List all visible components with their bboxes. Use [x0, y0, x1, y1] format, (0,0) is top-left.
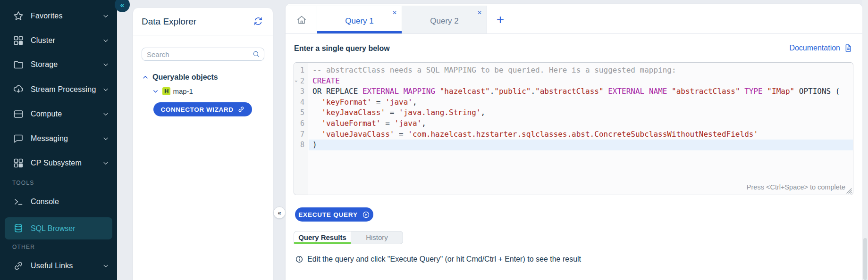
results-info-row: Edit the query and click "Execute Query"… [295, 255, 581, 264]
sidebar-item-label: Favorites [31, 12, 63, 20]
tab-home[interactable] [287, 6, 317, 33]
chevron-down-icon [102, 86, 110, 93]
tree-header-queryable-objects[interactable]: Queryable objects [142, 73, 218, 82]
sidebar-item-label: Cluster [31, 36, 55, 45]
search-input[interactable] [142, 48, 264, 61]
sidebar-section-tools: TOOLS [12, 180, 34, 186]
sidebar-item-label: Console [31, 198, 59, 206]
scrollbar-thumb[interactable] [863, 238, 867, 280]
folder-icon [13, 59, 24, 70]
active-tab-indicator [294, 242, 351, 244]
link-icon [13, 260, 24, 272]
fold-icon[interactable]: ⌄ [295, 75, 298, 86]
query-toolbar: Enter a single query below Documentation [286, 34, 862, 62]
code-line[interactable]: 'keyFormat' = 'java', [309, 97, 853, 108]
tab-label: History [366, 233, 388, 241]
drawer-icon [13, 108, 24, 120]
line-number: 5 [294, 107, 308, 118]
grid-icon [13, 35, 24, 46]
tab-label: Query Results [298, 233, 346, 241]
sidebar-item-label: SQL Browser [31, 224, 76, 233]
tab-query-results[interactable]: Query Results [294, 231, 351, 244]
tree-header-label: Queryable objects [152, 73, 218, 82]
collapse-icon: « [120, 1, 125, 9]
close-icon[interactable]: ✕ [392, 10, 397, 16]
sidebar-collapse-button[interactable]: « [115, 0, 130, 12]
sidebar-item-console[interactable]: Console [0, 192, 117, 211]
chevron-up-icon [142, 74, 149, 81]
sidebar-item-storage[interactable]: Storage [0, 55, 117, 74]
chevron-down-icon [102, 61, 110, 68]
sidebar-item-stream-processing[interactable]: Stream Processing [0, 80, 117, 99]
info-icon [295, 255, 303, 264]
query-editor-title: Enter a single query below [294, 44, 390, 53]
terminal-icon [13, 196, 24, 207]
line-number: 7 [294, 129, 308, 140]
collapse-icon: « [278, 209, 281, 216]
sidebar: Favorites Cluster Storage Stream Process… [0, 0, 117, 280]
sql-code-editor[interactable]: 1⌄2345678 -- abstractClass needs a SQL M… [294, 62, 853, 195]
data-explorer-panel: Data Explorer Queryable objects H map-1 … [133, 8, 273, 280]
execute-query-label: EXECUTE QUERY [298, 211, 357, 218]
refresh-icon[interactable] [253, 16, 263, 26]
data-explorer-header: Data Explorer [133, 8, 273, 35]
chevron-down-icon [102, 159, 110, 167]
query-tab-bar: Query 1 ✕ Query 2 ✕ + [286, 4, 862, 34]
execute-query-button[interactable]: EXECUTE QUERY [295, 207, 373, 222]
connector-wizard-button[interactable]: CONNECTOR WIZARD [153, 102, 252, 116]
code-line[interactable]: 'valueJavaClass' = 'com.hazelcast.hzstar… [309, 129, 853, 140]
tree-item-label: map-1 [173, 87, 193, 95]
hazelcast-map-badge: H [162, 87, 170, 95]
grid-icon [13, 157, 24, 169]
sidebar-section-other: OTHER [12, 244, 35, 250]
tab-query-2[interactable]: Query 2 ✕ [402, 6, 487, 33]
documentation-link[interactable]: Documentation [789, 43, 853, 53]
data-explorer-title: Data Explorer [142, 16, 196, 27]
sidebar-item-cp-subsystem[interactable]: CP Subsystem [0, 154, 117, 173]
star-icon [13, 10, 24, 22]
new-query-tab-button[interactable]: + [489, 6, 511, 33]
sidebar-item-messaging[interactable]: Messaging [0, 129, 117, 148]
documentation-label: Documentation [789, 44, 840, 52]
sidebar-item-sql-browser[interactable]: SQL Browser [5, 217, 112, 239]
tab-label: Query 2 [402, 16, 487, 26]
editor-code[interactable]: -- abstractClass needs a SQL MAPPING to … [309, 63, 853, 195]
search-container [142, 48, 264, 61]
document-icon [843, 43, 853, 53]
active-tab-indicator [317, 31, 402, 33]
sql-browser-main-panel: Query 1 ✕ Query 2 ✕ + Enter a single que… [286, 4, 862, 280]
tree-item-map-1[interactable]: H map-1 [152, 87, 193, 95]
sidebar-item-label: Storage [31, 60, 58, 69]
sidebar-item-cluster[interactable]: Cluster [0, 31, 117, 50]
autocomplete-hint: Press <Ctrl+Space> to complete [747, 183, 845, 191]
line-number: 1 [294, 65, 308, 76]
tab-query-1[interactable]: Query 1 ✕ [317, 6, 402, 33]
line-number: 6 [294, 118, 308, 129]
chevron-down-icon [102, 37, 110, 44]
sidebar-item-label: CP Subsystem [31, 159, 82, 167]
tab-history[interactable]: History [351, 231, 403, 244]
chevron-down-icon [102, 12, 110, 20]
chevron-down-icon [102, 110, 110, 118]
close-icon[interactable]: ✕ [477, 10, 482, 16]
line-number: 8 [294, 140, 308, 150]
sidebar-item-label: Compute [31, 110, 62, 118]
sidebar-item-useful-links[interactable]: Useful Links [0, 256, 117, 275]
page-scrollbar[interactable] [862, 0, 868, 280]
resize-handle-icon[interactable] [846, 188, 852, 194]
code-line[interactable]: OR REPLACE EXTERNAL MAPPING "hazelcast".… [309, 86, 853, 97]
code-line[interactable]: 'keyJavaClass' = 'java.lang.String', [309, 107, 853, 118]
sidebar-item-favorites[interactable]: Favorites [0, 7, 117, 25]
search-icon [252, 50, 261, 58]
chevron-down-icon [102, 135, 110, 142]
chevron-down-icon [152, 88, 159, 95]
chevron-down-icon [102, 262, 110, 270]
sidebar-item-compute[interactable]: Compute [0, 105, 117, 124]
code-line[interactable]: 'valueFormat' = 'java', [309, 118, 853, 129]
code-line[interactable]: ) [309, 140, 853, 150]
code-line[interactable]: CREATE [309, 76, 853, 87]
panel-collapse-button[interactable]: « [273, 206, 286, 219]
code-line[interactable]: -- abstractClass needs a SQL MAPPING to … [309, 65, 853, 76]
results-tab-bar: Query Results History [294, 231, 403, 244]
plus-icon: + [497, 12, 504, 27]
